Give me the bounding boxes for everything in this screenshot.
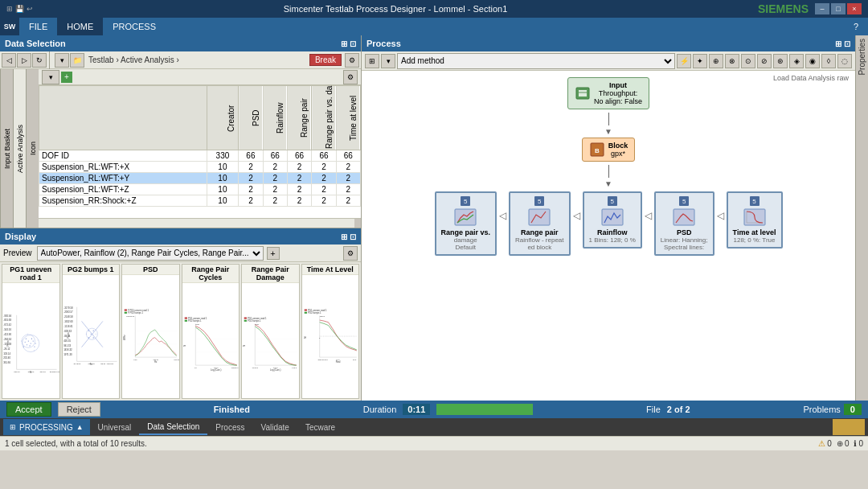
block-node[interactable]: B Block gpx*: [582, 138, 636, 162]
proc-node-rp[interactable]: 5 Range pair Rainflow - repeat ed block: [509, 191, 570, 256]
ds-filter-button[interactable]: ▾: [55, 53, 69, 68]
row-value-cell[interactable]: 10: [207, 195, 239, 207]
ds-settings-icon[interactable]: ⚙: [345, 53, 359, 68]
proc-expand-icon[interactable]: ⊞: [835, 39, 841, 48]
add-chart-button[interactable]: +: [267, 247, 280, 260]
ds-options-icon[interactable]: ⊡: [350, 39, 356, 48]
filter-dropdown-button[interactable]: ▾: [42, 70, 59, 84]
ds-back-button[interactable]: ◁: [2, 53, 16, 68]
disp-settings-button[interactable]: ⚙: [343, 246, 358, 261]
row-value-cell[interactable]: 2: [336, 173, 360, 184]
proc-node-rainflow[interactable]: 5 Rainflow 1 Bins: 128; 0 %: [583, 191, 642, 249]
disp-options-icon[interactable]: ⊡: [350, 232, 356, 241]
close-button[interactable]: ×: [847, 3, 862, 14]
reject-button[interactable]: Reject: [58, 402, 100, 417]
tab-data-selection[interactable]: Data Selection: [139, 419, 207, 435]
menu-file[interactable]: FILE: [19, 18, 57, 35]
chart-range-pair-damage: Range Pair Damage PG1 uneven road 1 PG2 …: [241, 264, 300, 399]
proc-icon4[interactable]: ⊗: [725, 54, 739, 68]
ds-refresh-button[interactable]: ↻: [32, 53, 47, 68]
row-value-cell[interactable]: 2: [287, 162, 311, 173]
row-value-cell[interactable]: 330: [207, 150, 239, 162]
proc-icon11[interactable]: ◌: [837, 54, 852, 68]
row-value-cell[interactable]: 2: [336, 162, 360, 173]
tab-universal[interactable]: Universal: [90, 419, 140, 435]
table-row[interactable]: Suspension_RL:WFT:+Y1022222: [39, 173, 361, 184]
icon-tab[interactable]: Icon: [26, 69, 39, 228]
proc-node-tal[interactable]: 5 Time at level 128; 0 %: True: [727, 191, 783, 249]
minimize-button[interactable]: –: [815, 3, 829, 14]
row-value-cell[interactable]: 2: [239, 162, 263, 173]
help-button[interactable]: ?: [844, 18, 868, 35]
row-value-cell[interactable]: 2: [336, 195, 360, 207]
proc-icon3[interactable]: ⊕: [709, 54, 723, 68]
row-value-cell[interactable]: 2: [287, 184, 311, 195]
window-controls[interactable]: – □ ×: [815, 3, 862, 14]
ds-table-container[interactable]: Creator PSD Rainflow Range pair Range pa…: [39, 85, 361, 218]
ds-location-button[interactable]: 📁: [70, 53, 84, 68]
row-value-cell[interactable]: 2: [239, 195, 263, 207]
table-row[interactable]: Suspension_RL:WFT:+X1022222: [39, 162, 361, 173]
row-value-cell[interactable]: 2: [312, 184, 336, 195]
disp-expand-icon[interactable]: ⊞: [341, 232, 347, 241]
menu-process[interactable]: PROCESS: [103, 18, 166, 35]
tab-tecware[interactable]: Tecware: [297, 419, 343, 435]
ds-expand-icon[interactable]: ⊞: [341, 39, 347, 48]
proc-icon9[interactable]: ◉: [805, 54, 820, 68]
accept-button[interactable]: Accept: [6, 402, 51, 417]
preview-dropdown[interactable]: AutoPower, Rainflow (2), Range Pair Cycl…: [37, 246, 264, 261]
active-analysis-tab[interactable]: Active Analysis: [13, 69, 26, 228]
row-value-cell[interactable]: 10: [207, 173, 239, 184]
ds-scrollbar[interactable]: [39, 218, 361, 228]
ds-forward-button[interactable]: ▷: [17, 53, 31, 68]
row-value-cell[interactable]: 2: [287, 173, 311, 184]
row-value-cell[interactable]: 66: [312, 150, 336, 162]
row-value-cell[interactable]: 2: [312, 173, 336, 184]
tab-process[interactable]: Process: [207, 419, 252, 435]
method-dropdown[interactable]: Add method: [397, 53, 675, 69]
row-value-cell[interactable]: 2: [263, 162, 287, 173]
proc-tb2[interactable]: ▾: [381, 54, 395, 68]
row-value-cell[interactable]: 2: [263, 184, 287, 195]
break-button[interactable]: Break: [309, 54, 342, 66]
row-value-cell[interactable]: 2: [263, 173, 287, 184]
input-node[interactable]: Input Throughput: No align: False: [567, 77, 649, 109]
svg-rect-69: [125, 309, 127, 310]
menu-home[interactable]: HOME: [57, 18, 103, 35]
row-value-cell[interactable]: 66: [287, 150, 311, 162]
proc-options-icon[interactable]: ⊡: [844, 39, 850, 48]
row-value-cell[interactable]: 2: [287, 195, 311, 207]
row-value-cell[interactable]: 66: [239, 150, 263, 162]
row-value-cell[interactable]: 2: [312, 162, 336, 173]
ds-gear-button[interactable]: ⚙: [343, 70, 358, 84]
proc-node-rpvd[interactable]: 5 Range pair vs. damage Default: [435, 191, 497, 256]
row-value-cell[interactable]: 2: [312, 195, 336, 207]
processing-tab[interactable]: ⊞ PROCESSING ▲: [3, 419, 90, 435]
proc-node-psd[interactable]: 5 PSD Linear: Hanning; Spectral lines:: [654, 191, 714, 256]
proc-icon5[interactable]: ⊙: [741, 54, 755, 68]
add-row-button[interactable]: +: [61, 72, 72, 83]
row-value-cell[interactable]: 10: [207, 162, 239, 173]
row-value-cell[interactable]: 2: [239, 184, 263, 195]
maximize-button[interactable]: □: [831, 3, 845, 14]
row-value-cell[interactable]: 10: [207, 184, 239, 195]
row-value-cell[interactable]: 66: [336, 150, 360, 162]
proc-tb1[interactable]: ⊞: [365, 54, 379, 68]
proc-icon1[interactable]: ⚡: [677, 54, 691, 68]
row-value-cell[interactable]: 2: [336, 184, 360, 195]
table-row[interactable]: DOF ID3306666666666: [39, 150, 361, 162]
row-value-cell[interactable]: 66: [263, 150, 287, 162]
proc-icon6[interactable]: ⊘: [757, 54, 772, 68]
properties-tab[interactable]: Properties: [855, 35, 868, 401]
row-value-cell[interactable]: 2: [263, 195, 287, 207]
table-row[interactable]: Suspension_RL:WFT:+Z1022222: [39, 184, 361, 195]
input-basket-tab[interactable]: Input Basket: [0, 69, 13, 228]
proc-icon10[interactable]: ◊: [821, 54, 836, 68]
svg-rect-71: [125, 312, 127, 314]
table-row[interactable]: Suspension_RR:Shock:+Z1022222: [39, 195, 361, 207]
row-value-cell[interactable]: 2: [239, 173, 263, 184]
proc-icon2[interactable]: ✦: [693, 54, 707, 68]
tab-validate[interactable]: Validate: [252, 419, 297, 435]
proc-icon7[interactable]: ⊛: [773, 54, 788, 68]
proc-icon8[interactable]: ◈: [789, 54, 804, 68]
